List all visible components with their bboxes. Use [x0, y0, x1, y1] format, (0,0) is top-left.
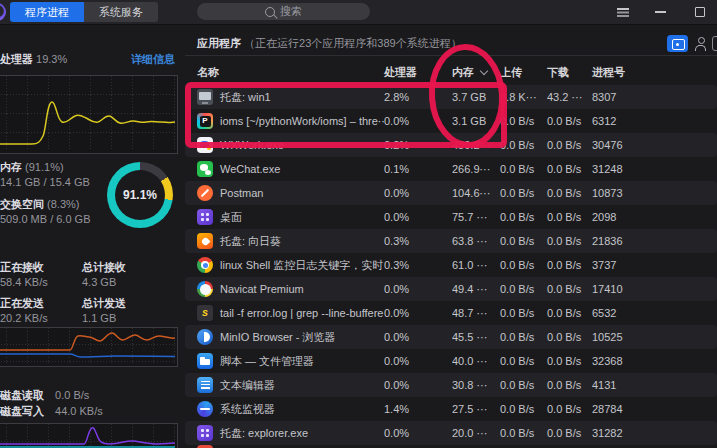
column-name[interactable]: 名称 — [197, 65, 384, 80]
process-name-cell: ioms [~/pythonWork/ioms] – thre⋯ — [197, 113, 384, 129]
table-row[interactable]: Navicat Premium0.0%49.4 ⋯0.0 B/s0.0 B/s1… — [185, 277, 717, 301]
cpu-label: 处理器 — [0, 53, 33, 65]
column-download[interactable]: 下载 — [547, 65, 592, 80]
search-input[interactable]: 搜索 — [197, 3, 370, 20]
table-row[interactable]: WeChat.exe0.1%266.9⋯0.0 B/s0.0 B/s31248 — [185, 157, 717, 181]
table-row[interactable]: 文本编辑器0.0%30.8 ⋯0.0 B/s0.0 B/s4131 — [185, 373, 717, 397]
process-download: 0.0 B/s — [547, 355, 592, 367]
memory-usage: 14.1 GB / 15.4 GB — [0, 176, 90, 188]
page-title: 应用程序 — [197, 37, 241, 49]
process-memory: 3.1 GB — [452, 115, 500, 127]
details-link[interactable]: 详细信息 — [131, 52, 175, 67]
process-count-subtitle: （正在运行23个应用程序和389个系统进程） — [244, 37, 462, 49]
table-row[interactable]: MinIO Browser - 浏览器0.0%45.5 ⋯0.0 B/s0.0 … — [185, 325, 717, 349]
wechat-icon — [197, 161, 213, 177]
cpu-section-header: 处理器 19.3% 详细信息 — [0, 52, 177, 67]
process-memory: 61.0 ⋯ — [452, 259, 500, 272]
wxwork-icon — [197, 137, 213, 153]
process-name-cell: 托盘: explorer.exe — [197, 425, 384, 441]
table-row[interactable]: ioms [~/pythonWork/ioms] – thre⋯0.0%3.1 … — [185, 109, 717, 133]
process-name: 托盘: 向日葵 — [220, 234, 281, 249]
process-download: 0.0 B/s — [547, 379, 592, 391]
all-processes-view-icon[interactable] — [712, 36, 717, 51]
process-memory: 450.2⋯ — [452, 139, 500, 152]
minimize-icon[interactable] — [648, 0, 674, 24]
process-memory: 49.4 ⋯ — [452, 283, 500, 296]
net-send-total-label: 总计发送 — [82, 296, 126, 311]
process-id: 32368 — [592, 355, 717, 367]
minio-icon — [197, 329, 213, 345]
process-name-cell: 文本编辑器 — [197, 377, 384, 393]
process-download: 0.0 B/s — [547, 187, 592, 199]
process-cpu: 0.0% — [384, 427, 452, 439]
cpu-graph — [0, 75, 178, 154]
desktop-icon — [197, 209, 213, 225]
table-row[interactable]: 脚本 — 文件管理器0.0%40.0 ⋯0.0 B/s0.0 B/s32368 — [185, 349, 717, 373]
table-row[interactable]: linux Shell 监控日志关键字，实时⋯0.3%61.0 ⋯0.0 B/s… — [185, 253, 717, 277]
network-graph — [0, 327, 178, 367]
process-upload: 0.0 B/s — [500, 115, 547, 127]
table-row[interactable]: Postman0.0%104.6⋯0.0 B/s0.0 B/s10873 — [185, 181, 717, 205]
header-divider — [185, 55, 717, 56]
tab-processes[interactable]: 程序进程 — [10, 2, 84, 22]
process-name: ioms [~/pythonWork/ioms] – thre⋯ — [220, 115, 384, 128]
file-manager-icon — [197, 353, 213, 369]
table-header: 名称 处理器 内存 上传 下载 进程号 — [185, 62, 717, 82]
memory-percent: (91.1%) — [25, 161, 64, 173]
process-name: 托盘: explorer.exe — [220, 426, 308, 441]
process-download: 0.0 B/s — [547, 115, 592, 127]
process-id: 3737 — [592, 259, 717, 271]
monitor-tray-icon — [197, 89, 213, 105]
process-cpu: 0.0% — [384, 331, 452, 343]
sunflower-icon — [197, 233, 213, 249]
process-upload: 0.0 B/s — [500, 331, 547, 343]
table-row[interactable]: 桌面0.0%75.7 ⋯0.0 B/s0.0 B/s2098 — [185, 205, 717, 229]
process-name-cell: 桌面 — [197, 209, 384, 225]
process-upload: 0.0 B/s — [500, 283, 547, 295]
column-memory[interactable]: 内存 — [452, 65, 500, 80]
table-row[interactable]: 系统监视器1.4%27.5 ⋯0.0 B/s0.0 B/s28784 — [185, 397, 717, 421]
my-processes-view-icon[interactable] — [692, 35, 709, 52]
process-cpu: 2.8% — [384, 91, 452, 103]
maximize-icon[interactable] — [687, 0, 713, 24]
process-name: Postman — [220, 187, 263, 199]
chevron-down-icon — [480, 66, 488, 74]
process-name: MinIO Browser - 浏览器 — [220, 330, 336, 345]
chrome-icon — [197, 257, 213, 273]
process-cpu: 0.0% — [384, 283, 452, 295]
process-cpu: 0.0% — [384, 307, 452, 319]
table-row[interactable]: WXWork.exe0.2%450.2⋯0.0 B/s0.0 B/s30476 — [185, 133, 717, 157]
process-cpu: 0.1% — [384, 163, 452, 175]
process-name: Navicat Premium — [220, 283, 304, 295]
column-upload[interactable]: 上传 — [500, 65, 547, 80]
process-name-cell: 托盘: 向日葵 — [197, 233, 384, 249]
process-download: 0.0 B/s — [547, 259, 592, 271]
tab-system-services[interactable]: 系统服务 — [84, 2, 158, 22]
process-upload: 9.8 K⋯ — [500, 91, 547, 104]
process-memory: 63.8 ⋯ — [452, 235, 500, 248]
table-row[interactable]: 托盘: 向日葵0.3%63.8 ⋯0.0 B/s0.0 B/s21836 — [185, 229, 717, 253]
net-send-value: 20.2 KB/s — [0, 312, 48, 324]
process-name: 系统监视器 — [220, 402, 275, 417]
process-table-body: 托盘: win12.8%3.7 GB9.8 K⋯43.2 ⋯8307ioms [… — [185, 85, 717, 448]
table-row[interactable]: 托盘: explorer.exe0.0%20.0 ⋯0.0 B/s0.0 B/s… — [185, 421, 717, 445]
table-row[interactable]: tail -f error.log | grep --line-buffere⋯… — [185, 301, 717, 325]
process-memory: 75.7 ⋯ — [452, 211, 500, 224]
search-icon — [265, 7, 275, 17]
process-memory: 30.8 ⋯ — [452, 379, 500, 392]
process-cpu: 0.0% — [384, 379, 452, 391]
process-name: linux Shell 监控日志关键字，实时⋯ — [220, 258, 384, 273]
process-memory: 45.5 ⋯ — [452, 331, 500, 344]
column-cpu[interactable]: 处理器 — [384, 65, 452, 80]
system-monitor-icon — [197, 401, 213, 417]
menu-icon[interactable] — [610, 0, 636, 24]
process-upload: 0.0 B/s — [500, 379, 547, 391]
process-cpu: 0.0% — [384, 355, 452, 367]
process-id: 31248 — [592, 163, 717, 175]
process-name: 脚本 — 文件管理器 — [220, 354, 314, 369]
app-view-toggle-icon[interactable] — [667, 35, 688, 52]
process-name: 文本编辑器 — [220, 378, 275, 393]
column-pid[interactable]: 进程号 — [592, 65, 717, 80]
net-send-total-value: 1.1 GB — [82, 312, 116, 324]
table-row[interactable]: 托盘: win12.8%3.7 GB9.8 K⋯43.2 ⋯8307 — [185, 85, 717, 109]
